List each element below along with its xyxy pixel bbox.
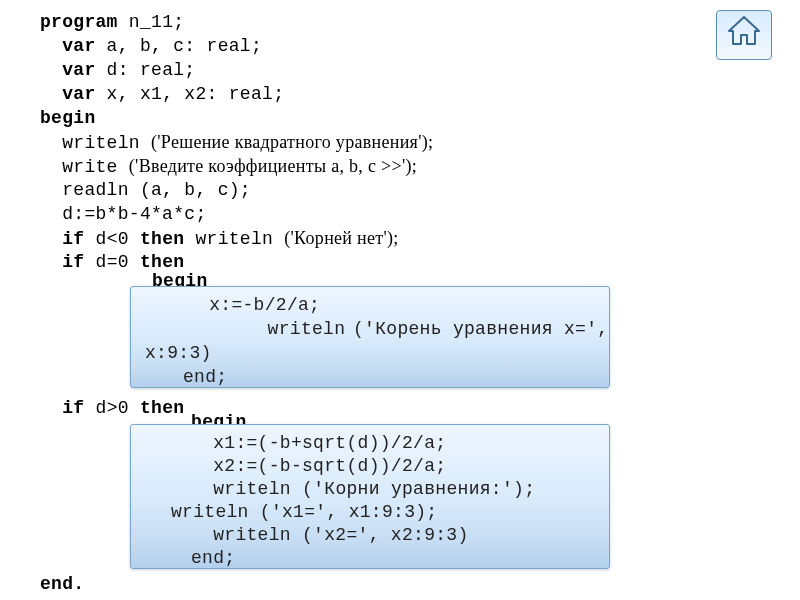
code-text: d=0: [84, 252, 140, 272]
kw-program: program: [40, 12, 118, 32]
kw-var: var: [40, 36, 96, 56]
code-text: a, b, c: real;: [96, 36, 263, 56]
code-text: readln (a, b, c);: [40, 180, 251, 200]
code-block-1: x:=-b/2/a; writeln ('Корень уравнения x=…: [130, 286, 610, 388]
code-text: writeln: [184, 229, 284, 249]
code-text: x:9:3): [145, 341, 212, 365]
kw-then: then: [140, 398, 184, 418]
kw-if: if: [40, 252, 84, 272]
code-block-2: x1:=(-b+sqrt(d))/2/a; x2:=(-b-sqrt(d))/2…: [130, 424, 610, 569]
kw-var: var: [40, 84, 96, 104]
string-literal: ('Корней нет');: [284, 228, 398, 248]
code-text: writeln ('x1=', x1:9:3);: [171, 500, 437, 524]
code-text: d>0: [84, 398, 140, 418]
string-literal: ('Корни уравнения:');: [291, 477, 535, 501]
code-text: x:=-b/2/a;: [187, 293, 320, 317]
code-text: n_11;: [118, 12, 185, 32]
kw-var: var: [40, 60, 96, 80]
code-text: d:=b*b-4*a*c;: [40, 204, 207, 224]
string-literal: ('Введите коэффициенты a, b, c >>');: [129, 156, 417, 176]
code-text: d: real;: [96, 60, 196, 80]
code-text: write: [40, 157, 129, 177]
code-text: x2:=(-b-sqrt(d))/2/a;: [191, 454, 446, 478]
code-text: x, x1, x2: real;: [96, 84, 285, 104]
kw-end: end;: [191, 546, 235, 570]
code-text: x1:=(-b+sqrt(d))/2/a;: [191, 431, 446, 455]
code-text: writeln: [40, 133, 151, 153]
code-text: writeln: [201, 317, 356, 341]
kw-begin: begin: [40, 108, 96, 128]
code-text: writeln: [191, 477, 291, 501]
string-literal: ('Решение квадратного уравнения');: [151, 132, 433, 152]
code-listing: program n_11; var a, b, c: real; var d: …: [40, 10, 760, 590]
kw-end: end.: [40, 574, 84, 594]
string-literal: ('Корень уравнения x=',: [353, 317, 608, 341]
kw-if: if: [40, 398, 84, 418]
code-text: writeln ('x2=', x2:9:3): [191, 523, 469, 547]
kw-if: if: [40, 229, 84, 249]
code-text: d<0: [84, 229, 140, 249]
kw-then: then: [140, 229, 184, 249]
kw-end: end;: [183, 365, 227, 389]
